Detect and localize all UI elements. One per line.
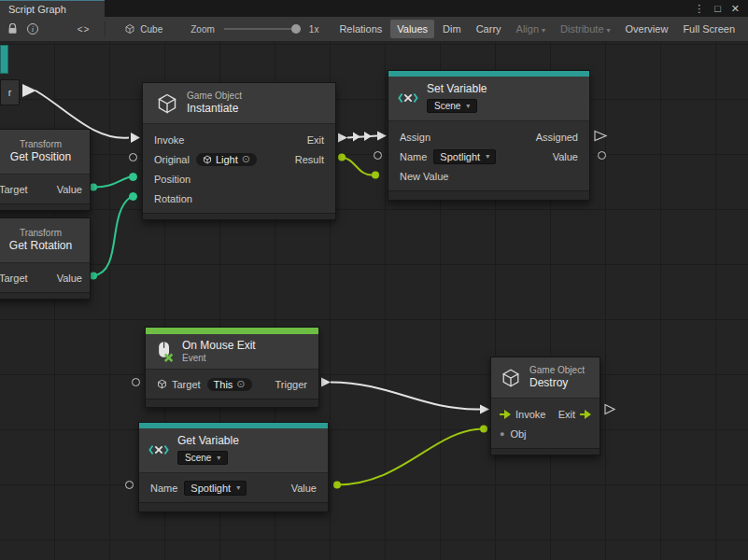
lock-icon[interactable]: [6, 21, 20, 37]
port-destroy-exit-arrow[interactable]: [605, 405, 614, 414]
chevron-down-icon: ▾: [486, 152, 489, 161]
graph-canvas[interactable]: r Tr: [0, 42, 748, 560]
node-destroy[interactable]: Game Object Destroy Invoke Exit ● Obj: [490, 357, 600, 455]
chevron-down-icon: ▾: [236, 483, 240, 492]
obj-port-dot[interactable]: ●: [500, 429, 504, 439]
port-position-input[interactable]: [129, 173, 137, 181]
code-view-icon[interactable]: <>: [78, 24, 91, 35]
wire-exit-to-assign[interactable]: [347, 136, 377, 138]
maximize-icon[interactable]: □: [714, 0, 721, 17]
node-title: Destroy: [529, 376, 585, 390]
tab-script-graph[interactable]: Script Graph: [0, 0, 105, 17]
original-value-chip[interactable]: Light ⊙: [196, 153, 257, 166]
node-on-mouse-exit[interactable]: On Mouse Exit Event Target This ⊙ Trigge…: [145, 327, 319, 408]
wire-getvariable-to-obj[interactable]: [337, 429, 484, 485]
zoom-slider-knob[interactable]: [291, 24, 301, 34]
node-header: Game Object Instantiate: [143, 83, 335, 124]
invoke-flow-icon[interactable]: [500, 410, 511, 419]
node-header: Transform Get Position: [0, 130, 90, 175]
port-exit-arrow[interactable]: [338, 133, 347, 143]
port-getrotation-value[interactable]: [90, 273, 97, 280]
menu-icon[interactable]: ⋮: [694, 0, 704, 17]
wire-rotation[interactable]: [93, 197, 131, 276]
close-icon[interactable]: ✕: [731, 0, 740, 17]
graph-target[interactable]: Cube: [124, 23, 162, 35]
fullscreen-button[interactable]: Full Screen: [676, 20, 741, 38]
port-getvariable-value[interactable]: [333, 482, 341, 489]
port-label-new-value: New Value: [400, 171, 448, 182]
wire-mid-arrow: [364, 132, 372, 141]
port-target-input[interactable]: [132, 378, 140, 386]
relations-button[interactable]: Relations: [332, 20, 388, 38]
distribute-button[interactable]: Distribute▾: [554, 20, 616, 38]
node-footer: [143, 213, 335, 219]
port-getposition-value[interactable]: [90, 184, 97, 191]
variable-kind-dropdown[interactable]: Scene ▾: [427, 99, 477, 113]
node-footer: [139, 502, 328, 511]
node-instantiate[interactable]: Game Object Instantiate Invoke Exit Orig…: [142, 82, 336, 220]
port-value-output[interactable]: [598, 151, 606, 160]
object-picker-icon[interactable]: ⊙: [242, 154, 250, 164]
exit-flow-icon[interactable]: [580, 410, 591, 419]
port-destroy-invoke-arrow[interactable]: [480, 405, 489, 414]
zoom-value: 1x: [309, 24, 319, 35]
port-name-input[interactable]: [374, 151, 382, 160]
align-button[interactable]: Align▾: [510, 20, 552, 38]
cube-icon: [124, 23, 135, 35]
info-icon[interactable]: i: [25, 21, 39, 37]
variable-name-dropdown[interactable]: Spotlight ▾: [433, 149, 496, 164]
graph-toolbar: i <> Cube Zoom 1x Relations Values Dim C…: [0, 17, 748, 42]
node-header: On Mouse Exit Event: [146, 334, 318, 370]
window-buttons: ⋮ □ ✕: [694, 0, 748, 17]
overview-button[interactable]: Overview: [619, 20, 675, 38]
port-rotation-input[interactable]: [129, 192, 137, 201]
node-set-variable[interactable]: Set Variable Scene ▾ Assign Assigned Nam…: [388, 70, 590, 201]
port-original-input[interactable]: [129, 153, 137, 161]
variable-name-dropdown[interactable]: Spotlight ▾: [184, 481, 247, 496]
wire-start-arrow[interactable]: [22, 84, 36, 97]
port-label-trigger: Trigger: [275, 379, 307, 390]
clipped-variable-node[interactable]: [0, 45, 8, 74]
carry-button[interactable]: Carry: [470, 20, 508, 38]
node-header: Set Variable Scene ▾: [388, 77, 589, 121]
wire-result-to-newvalue[interactable]: [342, 158, 374, 175]
node-category: Transform: [10, 139, 71, 150]
node-title: Get Position: [10, 150, 71, 164]
port-assigned-arrow[interactable]: [595, 132, 606, 141]
clipped-node[interactable]: r: [0, 79, 20, 105]
port-invoke-arrow[interactable]: [131, 133, 140, 143]
port-label-target: Target: [0, 273, 28, 284]
port-label-original: Original: [154, 154, 190, 165]
node-header: Get Variable Scene ▾: [139, 428, 328, 473]
variable-kind-dropdown[interactable]: Scene ▾: [177, 451, 228, 465]
node-get-position[interactable]: Transform Get Position Target Value: [0, 129, 91, 211]
port-trigger-arrow[interactable]: [321, 378, 331, 387]
object-picker-icon[interactable]: ⊙: [236, 379, 245, 389]
node-get-rotation[interactable]: Transform Get Rotation Target Value: [0, 217, 91, 300]
port-label-invoke: Invoke: [154, 134, 184, 146]
port-result[interactable]: [338, 154, 346, 161]
chevron-down-icon: ▾: [607, 26, 611, 35]
port-assign-arrow[interactable]: [377, 132, 387, 141]
zoom-label: Zoom: [191, 24, 215, 35]
zoom-slider[interactable]: [224, 28, 301, 30]
node-header: Game Object Destroy: [491, 357, 600, 399]
node-get-variable[interactable]: Get Variable Scene ▾ Name Spotlight ▾ Va…: [138, 422, 329, 512]
node-subtitle: Event: [182, 353, 256, 364]
mouse-icon: [155, 341, 174, 363]
target-value-chip[interactable]: This ⊙: [207, 378, 252, 391]
wire-position[interactable]: [93, 177, 131, 188]
chevron-down-icon: ▾: [466, 102, 470, 110]
values-button[interactable]: Values: [390, 20, 434, 38]
variable-icon: [148, 440, 169, 460]
port-name-input[interactable]: [125, 481, 134, 489]
chevron-down-icon: ▾: [542, 26, 545, 35]
wires-layer: [0, 42, 748, 560]
wire-trigger-to-destroy[interactable]: [331, 383, 480, 410]
cube-icon: [501, 368, 521, 388]
node-footer: [0, 203, 90, 210]
port-newvalue[interactable]: [372, 172, 379, 179]
dim-button[interactable]: Dim: [436, 20, 468, 38]
port-destroy-obj[interactable]: [480, 426, 487, 433]
node-title: On Mouse Exit: [182, 339, 256, 353]
